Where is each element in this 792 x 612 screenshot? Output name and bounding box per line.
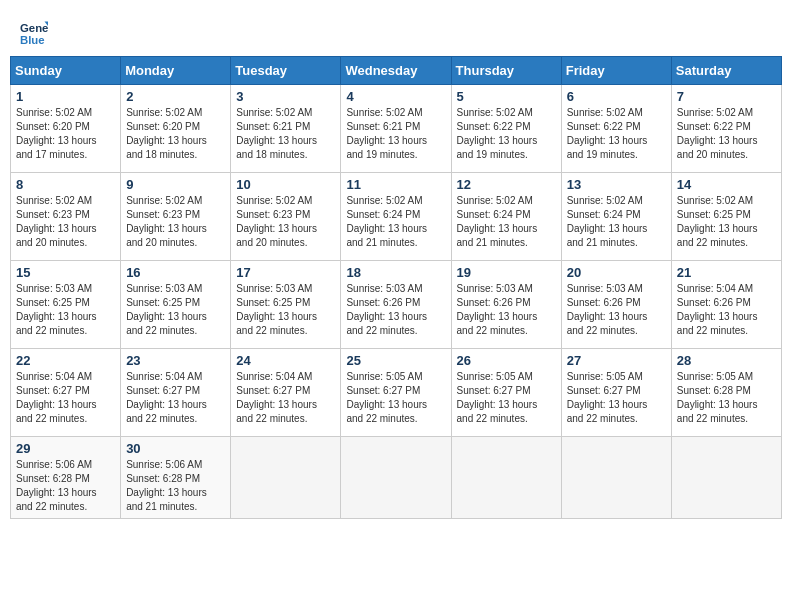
day-number: 19: [457, 265, 556, 280]
day-number: 15: [16, 265, 115, 280]
svg-text:General: General: [20, 22, 48, 34]
calendar-cell: 22Sunrise: 5:04 AM Sunset: 6:27 PM Dayli…: [11, 349, 121, 437]
calendar-cell: 18Sunrise: 5:03 AM Sunset: 6:26 PM Dayli…: [341, 261, 451, 349]
day-number: 13: [567, 177, 666, 192]
calendar-cell: 29Sunrise: 5:06 AM Sunset: 6:28 PM Dayli…: [11, 437, 121, 519]
day-number: 30: [126, 441, 225, 456]
col-header-sunday: Sunday: [11, 57, 121, 85]
col-header-thursday: Thursday: [451, 57, 561, 85]
day-info: Sunrise: 5:06 AM Sunset: 6:28 PM Dayligh…: [16, 458, 115, 514]
day-number: 29: [16, 441, 115, 456]
day-info: Sunrise: 5:02 AM Sunset: 6:23 PM Dayligh…: [236, 194, 335, 250]
day-info: Sunrise: 5:04 AM Sunset: 6:27 PM Dayligh…: [236, 370, 335, 426]
day-info: Sunrise: 5:03 AM Sunset: 6:25 PM Dayligh…: [126, 282, 225, 338]
calendar-cell: [671, 437, 781, 519]
day-number: 28: [677, 353, 776, 368]
calendar-cell: 1Sunrise: 5:02 AM Sunset: 6:20 PM Daylig…: [11, 85, 121, 173]
day-info: Sunrise: 5:02 AM Sunset: 6:21 PM Dayligh…: [346, 106, 445, 162]
day-info: Sunrise: 5:05 AM Sunset: 6:27 PM Dayligh…: [567, 370, 666, 426]
calendar-table: SundayMondayTuesdayWednesdayThursdayFrid…: [10, 56, 782, 519]
calendar-cell: 20Sunrise: 5:03 AM Sunset: 6:26 PM Dayli…: [561, 261, 671, 349]
day-number: 25: [346, 353, 445, 368]
calendar-cell: 25Sunrise: 5:05 AM Sunset: 6:27 PM Dayli…: [341, 349, 451, 437]
calendar-cell: [451, 437, 561, 519]
day-info: Sunrise: 5:02 AM Sunset: 6:21 PM Dayligh…: [236, 106, 335, 162]
day-info: Sunrise: 5:06 AM Sunset: 6:28 PM Dayligh…: [126, 458, 225, 514]
col-header-saturday: Saturday: [671, 57, 781, 85]
day-number: 14: [677, 177, 776, 192]
day-number: 10: [236, 177, 335, 192]
calendar-cell: 15Sunrise: 5:03 AM Sunset: 6:25 PM Dayli…: [11, 261, 121, 349]
calendar-cell: 10Sunrise: 5:02 AM Sunset: 6:23 PM Dayli…: [231, 173, 341, 261]
calendar-cell: 5Sunrise: 5:02 AM Sunset: 6:22 PM Daylig…: [451, 85, 561, 173]
day-info: Sunrise: 5:02 AM Sunset: 6:22 PM Dayligh…: [677, 106, 776, 162]
day-number: 24: [236, 353, 335, 368]
day-number: 11: [346, 177, 445, 192]
day-number: 18: [346, 265, 445, 280]
day-info: Sunrise: 5:04 AM Sunset: 6:27 PM Dayligh…: [126, 370, 225, 426]
calendar-cell: 2Sunrise: 5:02 AM Sunset: 6:20 PM Daylig…: [121, 85, 231, 173]
calendar-cell: [341, 437, 451, 519]
col-header-friday: Friday: [561, 57, 671, 85]
calendar-cell: 3Sunrise: 5:02 AM Sunset: 6:21 PM Daylig…: [231, 85, 341, 173]
day-info: Sunrise: 5:05 AM Sunset: 6:27 PM Dayligh…: [346, 370, 445, 426]
day-number: 16: [126, 265, 225, 280]
day-info: Sunrise: 5:02 AM Sunset: 6:24 PM Dayligh…: [567, 194, 666, 250]
day-info: Sunrise: 5:05 AM Sunset: 6:28 PM Dayligh…: [677, 370, 776, 426]
calendar-cell: 19Sunrise: 5:03 AM Sunset: 6:26 PM Dayli…: [451, 261, 561, 349]
col-header-tuesday: Tuesday: [231, 57, 341, 85]
day-number: 2: [126, 89, 225, 104]
day-info: Sunrise: 5:03 AM Sunset: 6:25 PM Dayligh…: [236, 282, 335, 338]
day-number: 6: [567, 89, 666, 104]
day-number: 9: [126, 177, 225, 192]
calendar-cell: 7Sunrise: 5:02 AM Sunset: 6:22 PM Daylig…: [671, 85, 781, 173]
calendar-cell: 13Sunrise: 5:02 AM Sunset: 6:24 PM Dayli…: [561, 173, 671, 261]
day-info: Sunrise: 5:02 AM Sunset: 6:22 PM Dayligh…: [457, 106, 556, 162]
day-number: 20: [567, 265, 666, 280]
calendar-cell: 6Sunrise: 5:02 AM Sunset: 6:22 PM Daylig…: [561, 85, 671, 173]
calendar-cell: 12Sunrise: 5:02 AM Sunset: 6:24 PM Dayli…: [451, 173, 561, 261]
col-header-monday: Monday: [121, 57, 231, 85]
day-info: Sunrise: 5:02 AM Sunset: 6:23 PM Dayligh…: [126, 194, 225, 250]
day-info: Sunrise: 5:02 AM Sunset: 6:23 PM Dayligh…: [16, 194, 115, 250]
day-number: 4: [346, 89, 445, 104]
day-number: 12: [457, 177, 556, 192]
day-number: 7: [677, 89, 776, 104]
calendar-cell: 8Sunrise: 5:02 AM Sunset: 6:23 PM Daylig…: [11, 173, 121, 261]
day-info: Sunrise: 5:04 AM Sunset: 6:26 PM Dayligh…: [677, 282, 776, 338]
calendar-cell: 11Sunrise: 5:02 AM Sunset: 6:24 PM Dayli…: [341, 173, 451, 261]
calendar-cell: 17Sunrise: 5:03 AM Sunset: 6:25 PM Dayli…: [231, 261, 341, 349]
day-number: 23: [126, 353, 225, 368]
day-info: Sunrise: 5:03 AM Sunset: 6:25 PM Dayligh…: [16, 282, 115, 338]
calendar-cell: 24Sunrise: 5:04 AM Sunset: 6:27 PM Dayli…: [231, 349, 341, 437]
header: General Blue: [10, 10, 782, 52]
calendar-cell: 14Sunrise: 5:02 AM Sunset: 6:25 PM Dayli…: [671, 173, 781, 261]
col-header-wednesday: Wednesday: [341, 57, 451, 85]
calendar-cell: 21Sunrise: 5:04 AM Sunset: 6:26 PM Dayli…: [671, 261, 781, 349]
day-number: 5: [457, 89, 556, 104]
day-number: 27: [567, 353, 666, 368]
calendar-cell: 23Sunrise: 5:04 AM Sunset: 6:27 PM Dayli…: [121, 349, 231, 437]
day-number: 17: [236, 265, 335, 280]
calendar-cell: 27Sunrise: 5:05 AM Sunset: 6:27 PM Dayli…: [561, 349, 671, 437]
day-number: 8: [16, 177, 115, 192]
day-number: 26: [457, 353, 556, 368]
calendar-cell: 26Sunrise: 5:05 AM Sunset: 6:27 PM Dayli…: [451, 349, 561, 437]
logo-icon: General Blue: [20, 18, 48, 46]
day-number: 1: [16, 89, 115, 104]
calendar-cell: [561, 437, 671, 519]
day-info: Sunrise: 5:03 AM Sunset: 6:26 PM Dayligh…: [457, 282, 556, 338]
svg-text:Blue: Blue: [20, 34, 45, 46]
calendar-cell: 4Sunrise: 5:02 AM Sunset: 6:21 PM Daylig…: [341, 85, 451, 173]
day-info: Sunrise: 5:03 AM Sunset: 6:26 PM Dayligh…: [567, 282, 666, 338]
calendar-cell: 30Sunrise: 5:06 AM Sunset: 6:28 PM Dayli…: [121, 437, 231, 519]
calendar-cell: 28Sunrise: 5:05 AM Sunset: 6:28 PM Dayli…: [671, 349, 781, 437]
calendar-cell: 16Sunrise: 5:03 AM Sunset: 6:25 PM Dayli…: [121, 261, 231, 349]
calendar-cell: 9Sunrise: 5:02 AM Sunset: 6:23 PM Daylig…: [121, 173, 231, 261]
day-info: Sunrise: 5:02 AM Sunset: 6:20 PM Dayligh…: [16, 106, 115, 162]
day-info: Sunrise: 5:03 AM Sunset: 6:26 PM Dayligh…: [346, 282, 445, 338]
day-number: 3: [236, 89, 335, 104]
day-info: Sunrise: 5:02 AM Sunset: 6:24 PM Dayligh…: [346, 194, 445, 250]
day-number: 22: [16, 353, 115, 368]
day-info: Sunrise: 5:04 AM Sunset: 6:27 PM Dayligh…: [16, 370, 115, 426]
